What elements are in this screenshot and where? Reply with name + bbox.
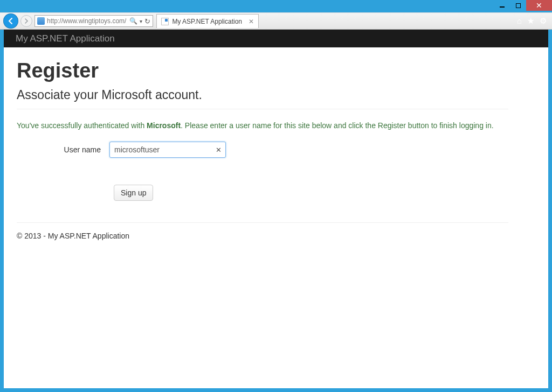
nav-back-button[interactable] bbox=[3, 13, 18, 29]
arrow-left-icon bbox=[6, 17, 15, 25]
tab-close-button[interactable]: ✕ bbox=[249, 18, 254, 25]
footer-separator bbox=[17, 222, 508, 223]
success-provider: Microsoft bbox=[147, 121, 181, 130]
clear-input-icon[interactable]: ✕ bbox=[216, 146, 222, 154]
ie-favicon-icon bbox=[37, 17, 45, 25]
username-row: User name ✕ bbox=[17, 142, 508, 158]
refresh-icon[interactable]: ↻ bbox=[144, 17, 150, 25]
home-icon[interactable]: ⌂ bbox=[517, 16, 522, 26]
window-minimize-button[interactable] bbox=[494, 0, 510, 11]
page-subheading: Associate your Microsoft account. bbox=[17, 88, 508, 109]
arrow-right-icon bbox=[23, 18, 30, 24]
address-bar[interactable]: http://www.wingtiptoys.com/ 🔍 ▾ ↻ bbox=[34, 15, 153, 27]
tab-title: My ASP.NET Application bbox=[172, 18, 245, 25]
search-icon[interactable]: 🔍 bbox=[129, 17, 137, 25]
browser-tab[interactable]: My ASP.NET Application ✕ bbox=[156, 14, 259, 28]
username-input[interactable] bbox=[109, 142, 226, 158]
window-titlebar: ✕ bbox=[0, 0, 552, 12]
browser-toolbar: http://www.wingtiptoys.com/ 🔍 ▾ ↻ My ASP… bbox=[0, 12, 552, 30]
footer-text: © 2013 - My ASP.NET Application bbox=[17, 232, 508, 240]
settings-gear-icon[interactable]: ⚙ bbox=[540, 16, 547, 26]
site-navbar: My ASP.NET Application bbox=[4, 30, 548, 47]
success-suffix: . Please enter a user name for this site… bbox=[181, 121, 494, 130]
page-heading: Register bbox=[17, 59, 508, 82]
page-favicon-icon bbox=[161, 18, 169, 25]
site-brand[interactable]: My ASP.NET Application bbox=[16, 33, 115, 44]
success-message: You've successfully authenticated with M… bbox=[17, 121, 508, 130]
page-viewport: My ASP.NET Application Register Associat… bbox=[4, 30, 548, 388]
success-prefix: You've successfully authenticated with bbox=[17, 121, 147, 130]
nav-forward-button[interactable] bbox=[20, 15, 32, 27]
addressbar-dropdown-icon[interactable]: ▾ bbox=[140, 18, 142, 24]
window-maximize-button[interactable] bbox=[510, 0, 526, 11]
favorites-icon[interactable]: ★ bbox=[527, 16, 534, 26]
username-label: User name bbox=[17, 145, 109, 154]
signup-button[interactable]: Sign up bbox=[114, 185, 153, 201]
window-close-button[interactable]: ✕ bbox=[526, 0, 552, 11]
url-text: http://www.wingtiptoys.com/ bbox=[47, 17, 126, 25]
